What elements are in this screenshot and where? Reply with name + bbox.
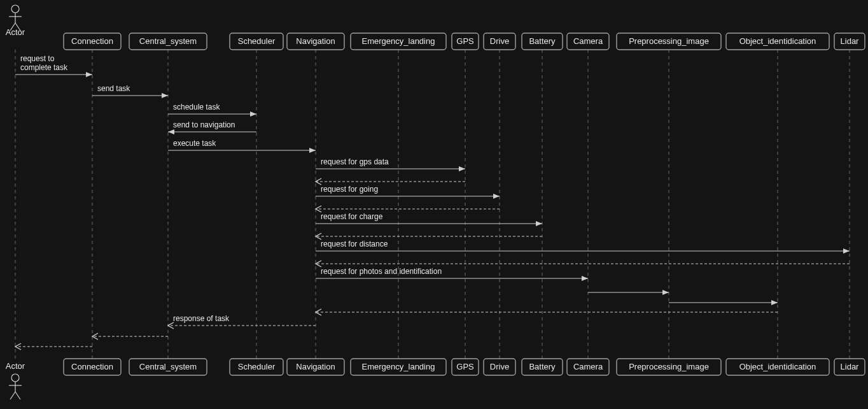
participant-label-camera: Camera <box>573 36 603 46</box>
message-label: response of task <box>173 314 230 323</box>
svg-line-9 <box>15 392 20 399</box>
message-label: request for photos and identification <box>321 267 442 276</box>
svg-marker-11 <box>86 72 92 77</box>
actor-label-bottom: Actor <box>6 361 25 371</box>
message-label: request for gps data <box>321 157 389 166</box>
participant-label-navigation: Navigation <box>296 36 335 46</box>
message-label: request for going <box>321 185 378 194</box>
participant-label-camera: Camera <box>573 362 603 371</box>
participant-label-drive: Drive <box>490 36 509 46</box>
svg-marker-21 <box>459 166 465 171</box>
participant-label-battery: Battery <box>529 362 556 371</box>
participant-label-central: Central_system <box>139 36 197 46</box>
participant-label-lidar: Lidar <box>841 36 860 46</box>
svg-marker-30 <box>843 248 850 254</box>
message-label: request for distance <box>321 240 388 248</box>
message-label: send to navigation <box>173 120 235 129</box>
participant-label-drive: Drive <box>490 362 509 371</box>
actor-stick-icon <box>9 374 22 399</box>
participant-label-prep: Preprocessing_image <box>629 362 709 371</box>
message-label: schedule task <box>173 103 220 111</box>
svg-marker-13 <box>162 93 168 98</box>
svg-marker-15 <box>250 111 256 117</box>
participant-label-navigation: Navigation <box>296 362 335 371</box>
svg-point-0 <box>11 5 19 13</box>
message-label: request to <box>20 54 55 63</box>
message-label-line2: complete task <box>20 63 68 72</box>
message-label: send task <box>97 84 130 93</box>
svg-line-8 <box>10 392 15 399</box>
svg-point-5 <box>11 374 19 382</box>
svg-marker-37 <box>771 300 778 305</box>
participant-label-battery: Battery <box>529 36 556 46</box>
svg-marker-17 <box>168 129 174 134</box>
participant-label-emerg: Emergency_landing <box>362 362 435 371</box>
svg-marker-19 <box>309 148 316 153</box>
participant-label-scheduler: Scheduler <box>238 36 276 46</box>
sequence-diagram: ActorConnectionCentral_systemSchedulerNa… <box>0 0 868 409</box>
message-label: request for charge <box>321 212 383 221</box>
svg-marker-27 <box>536 221 542 226</box>
participant-label-prep: Preprocessing_image <box>629 36 709 46</box>
participant-label-scheduler: Scheduler <box>238 362 276 371</box>
participant-label-objid: Object_identidication <box>739 362 816 371</box>
participant-label-lidar: Lidar <box>841 362 860 371</box>
svg-marker-33 <box>582 276 588 281</box>
participant-label-emerg: Emergency_landing <box>362 36 435 46</box>
participant-label-connection: Connection <box>71 362 113 371</box>
actor-label-top: Actor <box>6 27 25 37</box>
participant-label-gps: GPS <box>456 36 474 46</box>
svg-marker-24 <box>493 194 500 199</box>
participant-label-gps: GPS <box>456 362 474 371</box>
actor-stick-icon <box>9 5 22 31</box>
participant-label-connection: Connection <box>71 36 113 46</box>
message-label: execute task <box>173 139 216 148</box>
svg-marker-35 <box>662 290 669 295</box>
participant-label-central: Central_system <box>139 362 197 371</box>
participant-label-objid: Object_identidication <box>739 36 816 46</box>
